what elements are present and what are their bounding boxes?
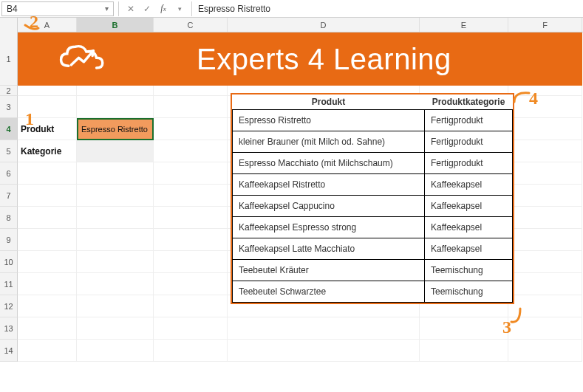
cell[interactable] [508, 118, 582, 140]
cell[interactable] [18, 317, 77, 340]
col-header-B[interactable]: B [77, 18, 154, 32]
table-cell-produkt[interactable]: Kaffeekapsel Espresso strong [233, 217, 425, 238]
col-header-E[interactable]: E [420, 18, 508, 32]
cell[interactable] [228, 340, 420, 362]
produkt-dropdown-cell[interactable]: Espresso Ristretto ▼ [77, 118, 154, 140]
cell[interactable] [154, 32, 228, 86]
formula-input[interactable]: Espresso Ristretto [191, 1, 583, 16]
table-cell-kategorie[interactable]: Fertigprodukt [425, 110, 513, 131]
cell[interactable] [77, 273, 154, 295]
table-cell-produkt[interactable]: Kaffeekapsel Ristretto [233, 174, 425, 196]
table-cell-produkt[interactable]: Kaffeekapsel Cappucino [233, 196, 425, 217]
cell[interactable] [18, 86, 77, 96]
row-header-1[interactable]: 1 [0, 32, 18, 86]
table-cell-kategorie[interactable]: Fertigprodukt [425, 131, 513, 153]
row-header-3[interactable]: 3 [0, 96, 18, 118]
cell[interactable] [77, 207, 154, 229]
select-all-corner[interactable] [0, 18, 18, 32]
cell[interactable] [18, 162, 77, 185]
cell[interactable] [18, 295, 77, 317]
chevron-down-icon[interactable]: ▾ [172, 1, 187, 16]
cell[interactable] [18, 251, 77, 273]
row-header-9[interactable]: 9 [0, 229, 18, 251]
table-cell-kategorie[interactable]: Kaffeekapsel [425, 174, 513, 196]
table-cell-produkt[interactable]: Espresso Ristretto [233, 110, 425, 131]
cell[interactable] [18, 185, 77, 207]
cell[interactable] [228, 32, 420, 86]
cell[interactable] [508, 96, 582, 118]
produkt-label[interactable]: Produkt [18, 118, 77, 140]
cell[interactable] [154, 86, 228, 96]
cell[interactable] [508, 32, 582, 86]
cell[interactable] [77, 229, 154, 251]
cell[interactable] [508, 86, 582, 96]
cell[interactable] [77, 185, 154, 207]
cell[interactable] [154, 207, 228, 229]
cell[interactable] [154, 140, 228, 162]
cell[interactable] [508, 140, 582, 162]
cell[interactable] [154, 96, 228, 118]
cell[interactable] [508, 185, 582, 207]
cell[interactable] [508, 273, 582, 295]
row-header-8[interactable]: 8 [0, 207, 18, 229]
name-box[interactable]: B4 ▾ [1, 1, 114, 16]
kategorie-value-cell[interactable] [77, 140, 154, 162]
row-header-12[interactable]: 12 [0, 295, 18, 317]
cell[interactable] [77, 96, 154, 118]
cell[interactable] [508, 229, 582, 251]
row-header-7[interactable]: 7 [0, 185, 18, 207]
cell[interactable] [508, 295, 582, 317]
kategorie-label[interactable]: Kategorie [18, 140, 77, 162]
col-header-A[interactable]: A [18, 18, 77, 32]
cell[interactable] [154, 185, 228, 207]
cell[interactable] [228, 317, 420, 340]
col-header-F[interactable]: F [508, 18, 582, 32]
row-header-13[interactable]: 13 [0, 317, 18, 340]
row-header-4[interactable]: 4 [0, 118, 18, 140]
table-cell-kategorie[interactable]: Teemischung [425, 281, 513, 303]
cell[interactable] [508, 162, 582, 185]
cell[interactable] [420, 317, 508, 340]
cell[interactable] [154, 340, 228, 362]
table-cell-produkt[interactable]: Espresso Macchiato (mit Milchschaum) [233, 153, 425, 174]
row-header-14[interactable]: 14 [0, 340, 18, 362]
table-cell-kategorie[interactable]: Kaffeekapsel [425, 238, 513, 260]
fx-icon[interactable]: fx [156, 1, 171, 16]
cell[interactable] [420, 340, 508, 362]
cancel-icon[interactable]: ✕ [123, 1, 138, 16]
col-header-C[interactable]: C [154, 18, 228, 32]
table-cell-kategorie[interactable]: Kaffeekapsel [425, 217, 513, 238]
row-header-6[interactable]: 6 [0, 162, 18, 185]
cell[interactable] [154, 118, 228, 140]
cell[interactable] [18, 207, 77, 229]
cell[interactable] [77, 251, 154, 273]
cell[interactable] [77, 32, 154, 86]
row-header-10[interactable]: 10 [0, 251, 18, 273]
cell[interactable] [77, 317, 154, 340]
cell[interactable] [77, 162, 154, 185]
row-header-2[interactable]: 2 [0, 86, 18, 96]
enter-icon[interactable]: ✓ [140, 1, 154, 16]
col-header-D[interactable]: D [228, 18, 420, 32]
cell[interactable] [18, 32, 77, 86]
cell[interactable] [77, 86, 154, 96]
row-header-11[interactable]: 11 [0, 273, 18, 295]
cell[interactable] [18, 340, 77, 362]
table-cell-produkt[interactable]: Teebeutel Kräuter [233, 260, 425, 281]
cell[interactable] [420, 32, 508, 86]
table-cell-produkt[interactable]: Kaffeekapsel Latte Macchiato [233, 238, 425, 260]
cell[interactable] [154, 273, 228, 295]
cell[interactable] [508, 207, 582, 229]
table-cell-produkt[interactable]: Teebeutel Schwarztee [233, 281, 425, 303]
cell[interactable] [77, 340, 154, 362]
cell[interactable] [154, 295, 228, 317]
cell[interactable] [154, 162, 228, 185]
table-cell-kategorie[interactable]: Kaffeekapsel [425, 196, 513, 217]
table-cell-kategorie[interactable]: Teemischung [425, 260, 513, 281]
cell[interactable] [18, 96, 77, 118]
cell[interactable] [154, 229, 228, 251]
row-header-5[interactable]: 5 [0, 140, 18, 162]
cell[interactable] [154, 317, 228, 340]
cell[interactable] [154, 251, 228, 273]
cell[interactable] [77, 295, 154, 317]
